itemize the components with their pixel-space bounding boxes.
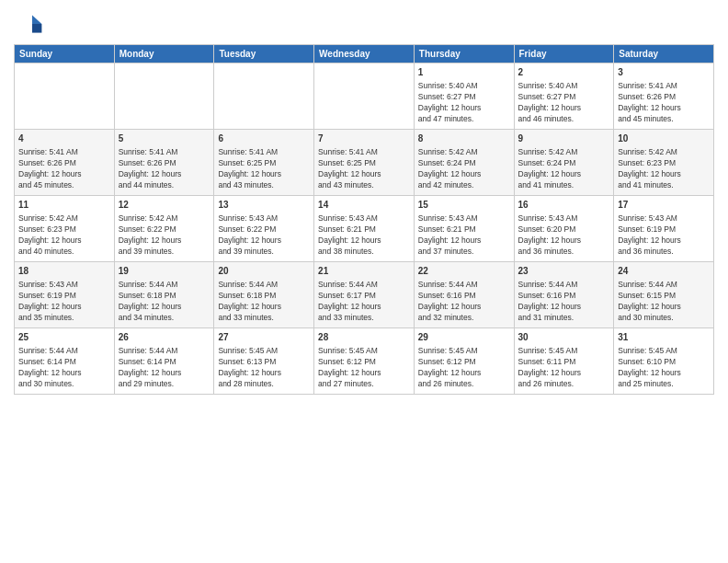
svg-marker-2 — [32, 24, 41, 33]
week-row-5: 25Sunrise: 5:44 AM Sunset: 6:14 PM Dayli… — [15, 328, 714, 395]
day-info: Sunrise: 5:44 AM Sunset: 6:15 PM Dayligh… — [618, 280, 710, 324]
day-info: Sunrise: 5:40 AM Sunset: 6:27 PM Dayligh… — [518, 81, 610, 125]
day-number: 3 — [618, 66, 710, 79]
day-number: 5 — [119, 132, 210, 145]
day-number: 11 — [18, 199, 110, 212]
day-number: 22 — [418, 265, 510, 278]
day-number: 16 — [518, 199, 610, 212]
day-cell: 7Sunrise: 5:41 AM Sunset: 6:25 PM Daylig… — [314, 130, 415, 196]
day-cell: 15Sunrise: 5:43 AM Sunset: 6:21 PM Dayli… — [414, 196, 514, 262]
day-info: Sunrise: 5:45 AM Sunset: 6:13 PM Dayligh… — [218, 346, 310, 390]
day-number: 6 — [218, 132, 310, 145]
day-number: 27 — [218, 331, 310, 344]
day-info: Sunrise: 5:44 AM Sunset: 6:14 PM Dayligh… — [119, 346, 210, 390]
day-header-saturday: Saturday — [614, 45, 714, 63]
day-cell: 9Sunrise: 5:42 AM Sunset: 6:24 PM Daylig… — [514, 130, 614, 196]
day-cell — [15, 63, 115, 130]
day-cell: 6Sunrise: 5:41 AM Sunset: 6:25 PM Daylig… — [214, 130, 314, 196]
day-info: Sunrise: 5:44 AM Sunset: 6:18 PM Dayligh… — [119, 280, 210, 324]
day-number: 18 — [18, 265, 110, 278]
day-info: Sunrise: 5:42 AM Sunset: 6:24 PM Dayligh… — [518, 147, 610, 191]
day-cell: 1Sunrise: 5:40 AM Sunset: 6:27 PM Daylig… — [414, 63, 514, 130]
day-number: 30 — [518, 331, 610, 344]
day-cell: 5Sunrise: 5:41 AM Sunset: 6:26 PM Daylig… — [114, 130, 214, 196]
day-header-wednesday: Wednesday — [314, 45, 415, 63]
day-cell — [314, 63, 415, 130]
day-cell: 23Sunrise: 5:44 AM Sunset: 6:16 PM Dayli… — [514, 262, 614, 328]
week-row-2: 4Sunrise: 5:41 AM Sunset: 6:26 PM Daylig… — [15, 130, 714, 196]
day-cell: 19Sunrise: 5:44 AM Sunset: 6:18 PM Dayli… — [114, 262, 214, 328]
day-info: Sunrise: 5:41 AM Sunset: 6:26 PM Dayligh… — [119, 147, 210, 191]
day-number: 29 — [418, 331, 510, 344]
week-row-4: 18Sunrise: 5:43 AM Sunset: 6:19 PM Dayli… — [15, 262, 714, 328]
week-row-1: 1Sunrise: 5:40 AM Sunset: 6:27 PM Daylig… — [15, 63, 714, 130]
day-info: Sunrise: 5:40 AM Sunset: 6:27 PM Dayligh… — [418, 81, 510, 125]
day-info: Sunrise: 5:42 AM Sunset: 6:23 PM Dayligh… — [618, 147, 710, 191]
day-info: Sunrise: 5:45 AM Sunset: 6:11 PM Dayligh… — [518, 346, 610, 390]
header — [14, 9, 714, 39]
day-cell: 18Sunrise: 5:43 AM Sunset: 6:19 PM Dayli… — [15, 262, 115, 328]
day-number: 20 — [218, 265, 310, 278]
day-number: 15 — [418, 199, 510, 212]
day-cell: 2Sunrise: 5:40 AM Sunset: 6:27 PM Daylig… — [514, 63, 614, 130]
day-header-sunday: Sunday — [15, 45, 115, 63]
day-info: Sunrise: 5:43 AM Sunset: 6:21 PM Dayligh… — [418, 213, 510, 258]
day-info: Sunrise: 5:45 AM Sunset: 6:10 PM Dayligh… — [618, 346, 710, 390]
day-header-monday: Monday — [114, 45, 214, 63]
day-cell: 29Sunrise: 5:45 AM Sunset: 6:12 PM Dayli… — [414, 328, 514, 395]
day-number: 21 — [318, 265, 410, 278]
day-header-friday: Friday — [514, 45, 614, 63]
day-info: Sunrise: 5:44 AM Sunset: 6:14 PM Dayligh… — [18, 346, 110, 390]
day-cell: 21Sunrise: 5:44 AM Sunset: 6:17 PM Dayli… — [314, 262, 415, 328]
day-number: 19 — [119, 265, 210, 278]
day-cell: 31Sunrise: 5:45 AM Sunset: 6:10 PM Dayli… — [614, 328, 714, 395]
calendar-table: SundayMondayTuesdayWednesdayThursdayFrid… — [14, 44, 714, 395]
day-header-tuesday: Tuesday — [214, 45, 314, 63]
day-cell — [114, 63, 214, 130]
day-info: Sunrise: 5:41 AM Sunset: 6:25 PM Dayligh… — [318, 147, 410, 191]
day-info: Sunrise: 5:43 AM Sunset: 6:20 PM Dayligh… — [518, 213, 610, 258]
day-cell: 26Sunrise: 5:44 AM Sunset: 6:14 PM Dayli… — [114, 328, 214, 395]
day-cell: 10Sunrise: 5:42 AM Sunset: 6:23 PM Dayli… — [614, 130, 714, 196]
day-cell: 22Sunrise: 5:44 AM Sunset: 6:16 PM Dayli… — [414, 262, 514, 328]
day-number: 12 — [119, 199, 210, 212]
day-info: Sunrise: 5:42 AM Sunset: 6:22 PM Dayligh… — [119, 213, 210, 258]
day-number: 9 — [518, 132, 610, 145]
day-number: 14 — [318, 199, 410, 212]
day-number: 10 — [618, 132, 710, 145]
day-cell: 17Sunrise: 5:43 AM Sunset: 6:19 PM Dayli… — [614, 196, 714, 262]
day-number: 2 — [518, 66, 610, 79]
day-cell: 28Sunrise: 5:45 AM Sunset: 6:12 PM Dayli… — [314, 328, 415, 395]
day-cell: 25Sunrise: 5:44 AM Sunset: 6:14 PM Dayli… — [15, 328, 115, 395]
day-cell: 12Sunrise: 5:42 AM Sunset: 6:22 PM Dayli… — [114, 196, 214, 262]
day-header-thursday: Thursday — [414, 45, 514, 63]
day-info: Sunrise: 5:41 AM Sunset: 6:26 PM Dayligh… — [18, 147, 110, 191]
day-cell: 3Sunrise: 5:41 AM Sunset: 6:26 PM Daylig… — [614, 63, 714, 130]
day-number: 7 — [318, 132, 410, 145]
logo-icon — [14, 9, 43, 39]
day-number: 24 — [618, 265, 710, 278]
day-info: Sunrise: 5:44 AM Sunset: 6:16 PM Dayligh… — [418, 280, 510, 324]
day-cell: 27Sunrise: 5:45 AM Sunset: 6:13 PM Dayli… — [214, 328, 314, 395]
day-cell: 4Sunrise: 5:41 AM Sunset: 6:26 PM Daylig… — [15, 130, 115, 196]
day-cell — [214, 63, 314, 130]
day-info: Sunrise: 5:44 AM Sunset: 6:16 PM Dayligh… — [518, 280, 610, 324]
day-cell: 13Sunrise: 5:43 AM Sunset: 6:22 PM Dayli… — [214, 196, 314, 262]
day-cell: 16Sunrise: 5:43 AM Sunset: 6:20 PM Dayli… — [514, 196, 614, 262]
day-cell: 30Sunrise: 5:45 AM Sunset: 6:11 PM Dayli… — [514, 328, 614, 395]
logo — [14, 9, 47, 39]
day-info: Sunrise: 5:43 AM Sunset: 6:22 PM Dayligh… — [218, 213, 310, 258]
day-number: 4 — [18, 132, 110, 145]
day-info: Sunrise: 5:41 AM Sunset: 6:26 PM Dayligh… — [618, 81, 710, 125]
day-number: 13 — [218, 199, 310, 212]
day-cell: 11Sunrise: 5:42 AM Sunset: 6:23 PM Dayli… — [15, 196, 115, 262]
day-info: Sunrise: 5:43 AM Sunset: 6:21 PM Dayligh… — [318, 213, 410, 258]
day-cell: 14Sunrise: 5:43 AM Sunset: 6:21 PM Dayli… — [314, 196, 415, 262]
day-number: 28 — [318, 331, 410, 344]
day-info: Sunrise: 5:44 AM Sunset: 6:18 PM Dayligh… — [218, 280, 310, 324]
day-info: Sunrise: 5:42 AM Sunset: 6:24 PM Dayligh… — [418, 147, 510, 191]
day-number: 26 — [119, 331, 210, 344]
day-number: 17 — [618, 199, 710, 212]
day-cell: 24Sunrise: 5:44 AM Sunset: 6:15 PM Dayli… — [614, 262, 714, 328]
day-info: Sunrise: 5:42 AM Sunset: 6:23 PM Dayligh… — [18, 213, 110, 258]
